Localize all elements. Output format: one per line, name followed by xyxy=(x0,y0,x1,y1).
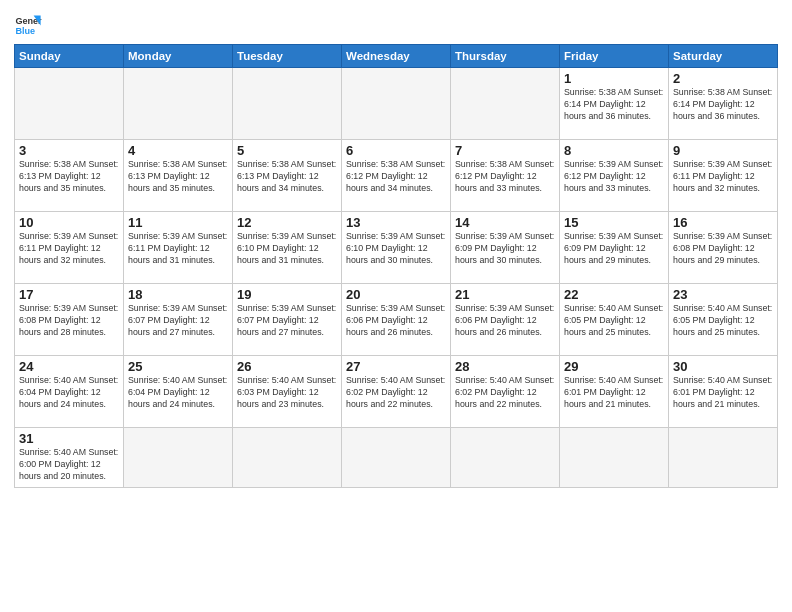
day-number: 19 xyxy=(237,287,337,302)
day-info: Sunrise: 5:39 AM Sunset: 6:07 PM Dayligh… xyxy=(237,303,337,339)
day-number: 23 xyxy=(673,287,773,302)
calendar-cell: 15Sunrise: 5:39 AM Sunset: 6:09 PM Dayli… xyxy=(560,212,669,284)
calendar-week-row: 10Sunrise: 5:39 AM Sunset: 6:11 PM Dayli… xyxy=(15,212,778,284)
calendar-cell xyxy=(233,68,342,140)
calendar-cell: 21Sunrise: 5:39 AM Sunset: 6:06 PM Dayli… xyxy=(451,284,560,356)
day-info: Sunrise: 5:40 AM Sunset: 6:04 PM Dayligh… xyxy=(19,375,119,411)
calendar-cell: 28Sunrise: 5:40 AM Sunset: 6:02 PM Dayli… xyxy=(451,356,560,428)
day-number: 13 xyxy=(346,215,446,230)
day-number: 21 xyxy=(455,287,555,302)
calendar-cell xyxy=(669,428,778,488)
calendar-cell xyxy=(451,428,560,488)
day-number: 26 xyxy=(237,359,337,374)
calendar-cell: 7Sunrise: 5:38 AM Sunset: 6:12 PM Daylig… xyxy=(451,140,560,212)
day-number: 4 xyxy=(128,143,228,158)
logo: General Blue xyxy=(14,10,42,38)
day-number: 20 xyxy=(346,287,446,302)
calendar-cell: 6Sunrise: 5:38 AM Sunset: 6:12 PM Daylig… xyxy=(342,140,451,212)
day-number: 10 xyxy=(19,215,119,230)
header: General Blue xyxy=(14,10,778,38)
day-header-tuesday: Tuesday xyxy=(233,45,342,68)
calendar-cell: 13Sunrise: 5:39 AM Sunset: 6:10 PM Dayli… xyxy=(342,212,451,284)
day-info: Sunrise: 5:40 AM Sunset: 6:01 PM Dayligh… xyxy=(564,375,664,411)
calendar-week-row: 24Sunrise: 5:40 AM Sunset: 6:04 PM Dayli… xyxy=(15,356,778,428)
day-header-monday: Monday xyxy=(124,45,233,68)
day-number: 17 xyxy=(19,287,119,302)
day-info: Sunrise: 5:39 AM Sunset: 6:09 PM Dayligh… xyxy=(564,231,664,267)
calendar-cell xyxy=(560,428,669,488)
day-info: Sunrise: 5:40 AM Sunset: 6:05 PM Dayligh… xyxy=(673,303,773,339)
day-info: Sunrise: 5:39 AM Sunset: 6:11 PM Dayligh… xyxy=(673,159,773,195)
day-number: 28 xyxy=(455,359,555,374)
calendar-cell: 3Sunrise: 5:38 AM Sunset: 6:13 PM Daylig… xyxy=(15,140,124,212)
calendar-cell: 14Sunrise: 5:39 AM Sunset: 6:09 PM Dayli… xyxy=(451,212,560,284)
day-number: 16 xyxy=(673,215,773,230)
day-number: 27 xyxy=(346,359,446,374)
calendar-cell: 27Sunrise: 5:40 AM Sunset: 6:02 PM Dayli… xyxy=(342,356,451,428)
day-number: 18 xyxy=(128,287,228,302)
day-header-wednesday: Wednesday xyxy=(342,45,451,68)
day-info: Sunrise: 5:38 AM Sunset: 6:13 PM Dayligh… xyxy=(237,159,337,195)
day-number: 9 xyxy=(673,143,773,158)
day-info: Sunrise: 5:38 AM Sunset: 6:14 PM Dayligh… xyxy=(673,87,773,123)
generalblue-logo-icon: General Blue xyxy=(14,10,42,38)
calendar-cell: 9Sunrise: 5:39 AM Sunset: 6:11 PM Daylig… xyxy=(669,140,778,212)
day-number: 3 xyxy=(19,143,119,158)
calendar-cell: 19Sunrise: 5:39 AM Sunset: 6:07 PM Dayli… xyxy=(233,284,342,356)
calendar-cell: 10Sunrise: 5:39 AM Sunset: 6:11 PM Dayli… xyxy=(15,212,124,284)
calendar-cell: 20Sunrise: 5:39 AM Sunset: 6:06 PM Dayli… xyxy=(342,284,451,356)
day-number: 6 xyxy=(346,143,446,158)
day-info: Sunrise: 5:38 AM Sunset: 6:12 PM Dayligh… xyxy=(346,159,446,195)
day-info: Sunrise: 5:40 AM Sunset: 6:03 PM Dayligh… xyxy=(237,375,337,411)
calendar-cell: 4Sunrise: 5:38 AM Sunset: 6:13 PM Daylig… xyxy=(124,140,233,212)
day-info: Sunrise: 5:38 AM Sunset: 6:14 PM Dayligh… xyxy=(564,87,664,123)
svg-text:Blue: Blue xyxy=(15,26,35,36)
day-number: 8 xyxy=(564,143,664,158)
day-info: Sunrise: 5:39 AM Sunset: 6:09 PM Dayligh… xyxy=(455,231,555,267)
calendar-table: SundayMondayTuesdayWednesdayThursdayFrid… xyxy=(14,44,778,488)
calendar-cell: 16Sunrise: 5:39 AM Sunset: 6:08 PM Dayli… xyxy=(669,212,778,284)
calendar-cell: 1Sunrise: 5:38 AM Sunset: 6:14 PM Daylig… xyxy=(560,68,669,140)
day-info: Sunrise: 5:39 AM Sunset: 6:12 PM Dayligh… xyxy=(564,159,664,195)
calendar-week-row: 1Sunrise: 5:38 AM Sunset: 6:14 PM Daylig… xyxy=(15,68,778,140)
calendar-cell xyxy=(15,68,124,140)
day-info: Sunrise: 5:39 AM Sunset: 6:06 PM Dayligh… xyxy=(455,303,555,339)
day-header-sunday: Sunday xyxy=(15,45,124,68)
day-info: Sunrise: 5:39 AM Sunset: 6:06 PM Dayligh… xyxy=(346,303,446,339)
day-info: Sunrise: 5:39 AM Sunset: 6:07 PM Dayligh… xyxy=(128,303,228,339)
day-number: 15 xyxy=(564,215,664,230)
day-info: Sunrise: 5:40 AM Sunset: 6:01 PM Dayligh… xyxy=(673,375,773,411)
calendar-cell xyxy=(342,68,451,140)
day-info: Sunrise: 5:39 AM Sunset: 6:11 PM Dayligh… xyxy=(128,231,228,267)
day-info: Sunrise: 5:38 AM Sunset: 6:13 PM Dayligh… xyxy=(128,159,228,195)
day-info: Sunrise: 5:39 AM Sunset: 6:08 PM Dayligh… xyxy=(673,231,773,267)
day-number: 11 xyxy=(128,215,228,230)
calendar-week-row: 31Sunrise: 5:40 AM Sunset: 6:00 PM Dayli… xyxy=(15,428,778,488)
calendar-cell: 11Sunrise: 5:39 AM Sunset: 6:11 PM Dayli… xyxy=(124,212,233,284)
calendar-cell: 31Sunrise: 5:40 AM Sunset: 6:00 PM Dayli… xyxy=(15,428,124,488)
day-info: Sunrise: 5:39 AM Sunset: 6:11 PM Dayligh… xyxy=(19,231,119,267)
calendar-cell: 8Sunrise: 5:39 AM Sunset: 6:12 PM Daylig… xyxy=(560,140,669,212)
day-number: 25 xyxy=(128,359,228,374)
calendar-cell: 30Sunrise: 5:40 AM Sunset: 6:01 PM Dayli… xyxy=(669,356,778,428)
day-info: Sunrise: 5:38 AM Sunset: 6:12 PM Dayligh… xyxy=(455,159,555,195)
day-number: 24 xyxy=(19,359,119,374)
day-info: Sunrise: 5:39 AM Sunset: 6:10 PM Dayligh… xyxy=(237,231,337,267)
calendar-cell: 12Sunrise: 5:39 AM Sunset: 6:10 PM Dayli… xyxy=(233,212,342,284)
day-info: Sunrise: 5:39 AM Sunset: 6:10 PM Dayligh… xyxy=(346,231,446,267)
day-header-friday: Friday xyxy=(560,45,669,68)
day-info: Sunrise: 5:40 AM Sunset: 6:05 PM Dayligh… xyxy=(564,303,664,339)
calendar-cell: 29Sunrise: 5:40 AM Sunset: 6:01 PM Dayli… xyxy=(560,356,669,428)
day-number: 22 xyxy=(564,287,664,302)
day-number: 31 xyxy=(19,431,119,446)
day-info: Sunrise: 5:40 AM Sunset: 6:04 PM Dayligh… xyxy=(128,375,228,411)
day-info: Sunrise: 5:39 AM Sunset: 6:08 PM Dayligh… xyxy=(19,303,119,339)
calendar-cell: 2Sunrise: 5:38 AM Sunset: 6:14 PM Daylig… xyxy=(669,68,778,140)
calendar-cell: 23Sunrise: 5:40 AM Sunset: 6:05 PM Dayli… xyxy=(669,284,778,356)
calendar-cell: 18Sunrise: 5:39 AM Sunset: 6:07 PM Dayli… xyxy=(124,284,233,356)
calendar-cell xyxy=(451,68,560,140)
day-info: Sunrise: 5:40 AM Sunset: 6:02 PM Dayligh… xyxy=(346,375,446,411)
calendar-cell: 26Sunrise: 5:40 AM Sunset: 6:03 PM Dayli… xyxy=(233,356,342,428)
day-number: 2 xyxy=(673,71,773,86)
calendar-cell: 25Sunrise: 5:40 AM Sunset: 6:04 PM Dayli… xyxy=(124,356,233,428)
